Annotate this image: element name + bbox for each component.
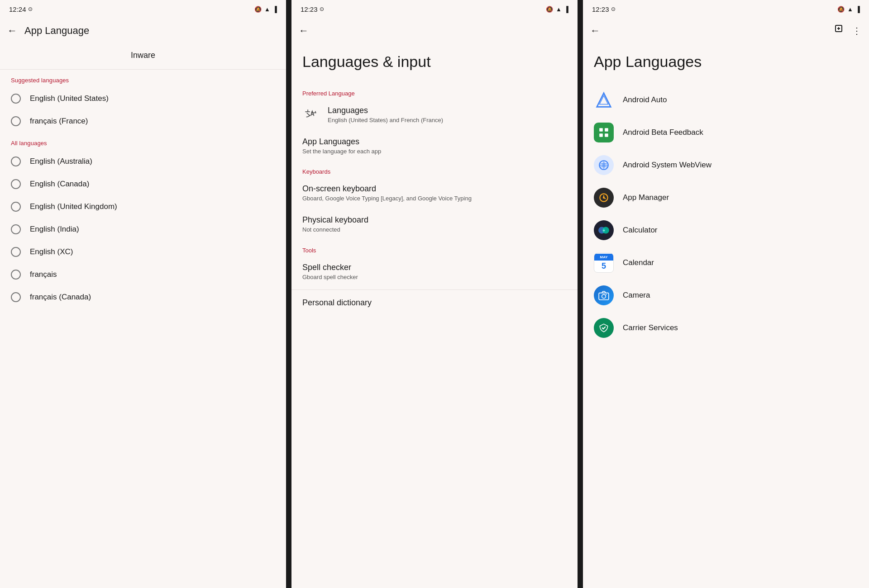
list-item-calculator[interactable]: ÷ Calculator (583, 214, 869, 247)
app-manager-icon (594, 188, 614, 208)
language-label-english-ca: English (Canada) (30, 180, 89, 189)
radio-english-au[interactable] (11, 156, 21, 166)
top-bar-3: ← ⋮ (583, 18, 869, 43)
wifi-icon-2: ▲ (556, 6, 562, 13)
time-3: 12:23 (592, 5, 609, 13)
list-item-carrier-services[interactable]: Carrier Services (583, 312, 869, 344)
battery-icon-3: ▐ (856, 6, 860, 13)
language-item-english-uk[interactable]: English (United Kingdom) (0, 195, 286, 218)
status-bar-3: 12:23 ⊙ 🔕 ▲ ▐ (583, 0, 869, 18)
on-screen-keyboard-title: On-screen keyboard (302, 184, 567, 194)
panel-app-languages-list: 12:23 ⊙ 🔕 ▲ ▐ ← ⋮ App Languages (583, 0, 869, 588)
panel-divider-2 (578, 0, 583, 588)
spell-checker-title: Spell checker (302, 263, 567, 272)
app-languages-subtitle: Set the language for each app (302, 147, 567, 156)
list-item-android-beta[interactable]: Android Beta Feedback (583, 116, 869, 149)
carrier-services-icon (594, 318, 614, 338)
on-screen-keyboard-item[interactable]: On-screen keyboard Gboard, Google Voice … (291, 178, 578, 209)
status-icons-1: 🔕 ▲ ▐ (254, 6, 277, 13)
status-time-2: 12:23 ⊙ (301, 5, 324, 13)
status-icons-3: 🔕 ▲ ▐ (837, 6, 860, 13)
language-label-english-xc: English (XC) (30, 247, 73, 256)
list-item-app-manager[interactable]: App Manager (583, 181, 869, 214)
app-name-app-manager: App Manager (623, 193, 669, 202)
android-beta-icon (594, 123, 614, 142)
languages-title: Languages (328, 106, 443, 115)
language-item-english-ca[interactable]: English (Canada) (0, 173, 286, 195)
on-screen-keyboard-subtitle: Gboard, Google Voice Typing [Legacy], an… (302, 194, 567, 203)
language-item-english-us[interactable]: English (United States) (0, 87, 286, 110)
back-button-1[interactable]: ← (7, 25, 17, 37)
language-item-english-in[interactable]: English (India) (0, 218, 286, 241)
spell-checker-item[interactable]: Spell checker Gboard spell checker (291, 256, 578, 288)
list-item-android-webview[interactable]: Android System WebView (583, 149, 869, 181)
radio-francais-france[interactable] (11, 116, 21, 126)
search-icon[interactable] (834, 24, 845, 38)
calculator-icon: ÷ (594, 220, 614, 240)
svg-rect-6 (605, 128, 608, 132)
android-auto-icon (594, 90, 614, 110)
language-item-francais-france[interactable]: français (France) (0, 110, 286, 133)
translate-icon (302, 107, 319, 123)
language-label-english-uk: English (United Kingdom) (30, 202, 117, 211)
personal-dictionary-item[interactable]: Personal dictionary (291, 289, 578, 315)
all-languages-section-header: All languages (0, 133, 286, 150)
time-2: 12:23 (301, 5, 318, 13)
panel-divider-1 (286, 0, 291, 588)
physical-keyboard-title: Physical keyboard (302, 215, 567, 225)
app-languages-setting-item[interactable]: App Languages Set the language for each … (291, 131, 578, 162)
time-1: 12:24 (9, 5, 26, 13)
more-options-icon[interactable]: ⋮ (852, 25, 862, 36)
language-label-english-au: English (Australia) (30, 157, 92, 166)
list-item-android-auto[interactable]: Android Auto (583, 84, 869, 116)
svg-rect-8 (605, 133, 608, 137)
language-item-english-au[interactable]: English (Australia) (0, 150, 286, 173)
radio-english-ca[interactable] (11, 179, 21, 189)
language-label-english-us: English (United States) (30, 94, 109, 103)
svg-rect-7 (599, 133, 603, 137)
spell-checker-subtitle: Gboard spell checker (302, 273, 567, 281)
mute-icon-3: 🔕 (837, 6, 845, 13)
language-item-francais[interactable]: français (0, 263, 286, 286)
suggested-section-header: Suggested languages (0, 70, 286, 87)
back-button-3[interactable]: ← (590, 25, 600, 37)
battery-icon-1: ▐ (273, 6, 277, 13)
app-languages-title: App Languages (302, 137, 567, 147)
app-name-android-webview: Android System WebView (623, 161, 711, 170)
radio-english-xc[interactable] (11, 247, 21, 257)
app-name-carrier-services: Carrier Services (623, 323, 678, 332)
physical-keyboard-item[interactable]: Physical keyboard Not connected (291, 209, 578, 240)
app-name-label: Inware (131, 51, 155, 60)
battery-icon-2: ▐ (564, 6, 568, 13)
language-label-english-in: English (India) (30, 225, 79, 234)
radio-francais[interactable] (11, 270, 21, 280)
radio-english-us[interactable] (11, 94, 21, 104)
app-name-section: Inware (0, 43, 286, 70)
svg-point-16 (602, 294, 606, 299)
back-button-2[interactable]: ← (299, 25, 309, 37)
wifi-icon-1: ▲ (264, 6, 270, 13)
language-item-english-xc[interactable]: English (XC) (0, 241, 286, 263)
languages-subtitle: English (United States) and French (Fran… (328, 116, 443, 124)
page-title-2: Languages & input (291, 43, 578, 84)
panel-languages-input: 12:23 ⊙ 🔕 ▲ ▐ ← Languages & input Prefer… (291, 0, 578, 588)
radio-francais-ca[interactable] (11, 292, 21, 302)
language-label-francais-ca: français (Canada) (30, 293, 91, 302)
list-item-calendar[interactable]: MAY 5 Calendar (583, 247, 869, 279)
app-name-camera: Camera (623, 291, 650, 300)
radio-english-uk[interactable] (11, 202, 21, 212)
preferred-language-header: Preferred Language (291, 84, 578, 100)
sim-icon-2: ⊙ (320, 6, 324, 12)
list-item-camera[interactable]: Camera (583, 279, 869, 312)
languages-setting-item[interactable]: Languages English (United States) and Fr… (291, 100, 578, 131)
keyboards-header: Keyboards (291, 162, 578, 178)
mute-icon-1: 🔕 (254, 6, 262, 13)
top-bar-1: ← App Language (0, 18, 286, 43)
language-item-francais-ca[interactable]: français (Canada) (0, 286, 286, 308)
panel-app-language: 12:24 ⊙ 🔕 ▲ ▐ ← App Language Inware Sugg… (0, 0, 286, 588)
app-name-android-auto: Android Auto (623, 95, 667, 104)
svg-point-17 (606, 294, 606, 295)
radio-english-in[interactable] (11, 224, 21, 234)
page-title-1: App Language (24, 25, 89, 37)
personal-dictionary-title: Personal dictionary (302, 296, 567, 308)
